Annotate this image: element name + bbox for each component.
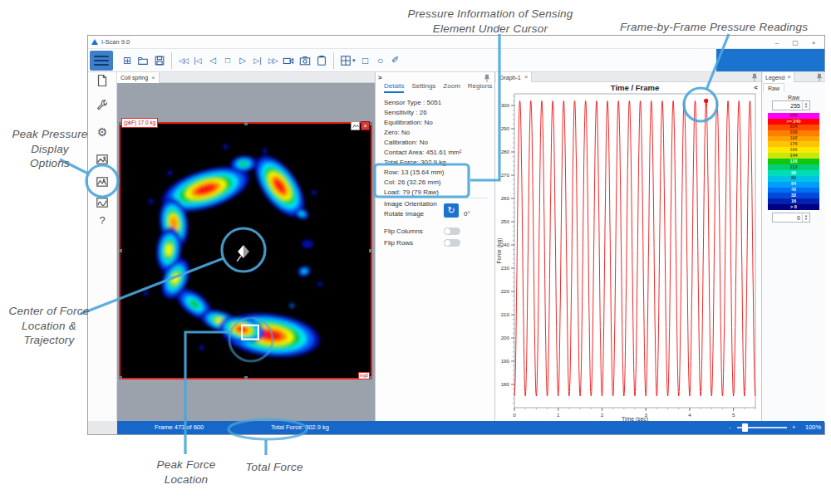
map-graph-icon[interactable] [351, 121, 360, 130]
y-tick-label: 300 [501, 102, 510, 108]
tab-details[interactable]: Details [384, 82, 404, 93]
toolbar-accent-fill [716, 49, 824, 71]
annotation-pressure-info-line2: Element Under Cursor [378, 22, 602, 37]
tab-regions[interactable]: Regions [468, 82, 492, 93]
tab-legend[interactable]: Legend × [763, 72, 794, 82]
stop-icon[interactable]: □ [221, 52, 234, 69]
plot-area [514, 94, 755, 408]
grid-view-icon[interactable]: ▾ [338, 52, 357, 69]
fast-forward-icon[interactable]: ▷▷ [266, 52, 279, 69]
details-line: Col: 26 (32.26 mm) [384, 178, 461, 188]
ellipse-tool-icon[interactable]: ○ [374, 52, 387, 69]
app-logo-icon [91, 39, 98, 45]
skip-to-end-icon[interactable]: ▷| [251, 52, 264, 69]
open-file-icon[interactable] [135, 52, 150, 69]
flip-columns-toggle[interactable] [444, 228, 460, 235]
zoom-slider-thumb[interactable] [742, 423, 748, 432]
annotation-center-of-force: Center of Force Location & Trajectory [8, 304, 90, 348]
y-tick-label: 250 [501, 218, 510, 224]
legend-row: 112 [768, 164, 819, 170]
spinner-arrows-icon[interactable]: ▲▼ [802, 101, 809, 110]
legend-row: 128 [768, 159, 819, 164]
spinner-arrows-icon[interactable]: ▲▼ [802, 213, 809, 222]
legend-row: > 0 [768, 204, 819, 210]
add-window-icon[interactable]: ⊞ [120, 52, 134, 69]
close-icon[interactable]: × [787, 74, 791, 81]
rotate-image-button[interactable]: ↻ [444, 203, 459, 218]
graph-collapse-icon[interactable]: < [754, 84, 758, 91]
map-selection-handle[interactable] [119, 249, 122, 252]
tab-coil-spring[interactable]: Coil spring × [117, 72, 160, 83]
screenshot-stage: { "window": { "title": "I-Scan 9.0" }, "… [0, 0, 831, 504]
map-selection-handle[interactable] [244, 122, 248, 125]
pressure-blobs [144, 144, 322, 363]
details-line: Equilibration: No [384, 118, 461, 128]
toolbar: ⊞◁◁|◁◁□▷▷|▷▷▾□○✐ [88, 49, 824, 72]
tab-legend-label: Legend [765, 75, 784, 81]
maximize-icon[interactable]: ▢ [786, 36, 804, 49]
minimize-icon[interactable]: – [768, 36, 786, 49]
map-close-icon[interactable]: × [361, 121, 370, 130]
skip-to-start-icon[interactable]: |◁ [191, 52, 204, 69]
annotation-pressure-info: Pressure Information of Sensing Element … [378, 7, 602, 36]
map-selection-handle[interactable] [244, 376, 248, 379]
sidebar-item-gear[interactable]: ⚙ [97, 125, 108, 139]
sidebar-item-graph[interactable] [96, 196, 109, 209]
zoom-in-button[interactable]: + [792, 421, 795, 434]
details-line: Calibration: No [384, 138, 461, 148]
y-tick-label: 190 [501, 358, 510, 364]
close-icon[interactable]: × [151, 75, 155, 81]
pressure-map-view[interactable]: (pkF) 17.0 kg × mg0 [119, 122, 372, 379]
legend-title: Raw [762, 95, 825, 100]
center-of-force-marker [237, 245, 249, 262]
annotation-frame-readings: Frame-by-Frame Pressure Readings [602, 20, 825, 35]
flip-columns-label: Flip Columns [384, 228, 423, 235]
map-selection-handle[interactable] [119, 376, 122, 379]
flip-rows-toggle[interactable] [444, 239, 460, 247]
image-orientation-header: Image Orientation [384, 200, 437, 208]
copy-window-icon[interactable] [314, 52, 329, 69]
map-selection-handle[interactable] [369, 249, 372, 252]
details-line: Sensitivity : 26 [384, 108, 461, 118]
save-file-icon[interactable] [152, 52, 167, 69]
sidebar-item-peak-pressure[interactable] [96, 175, 109, 188]
legend-tabstrip: Legend × [762, 72, 825, 82]
legend-max-spinner[interactable]: 255 ▲▼ [772, 100, 810, 110]
play-icon[interactable]: ▷ [236, 52, 249, 69]
line-tool-icon[interactable]: ✐ [389, 52, 402, 69]
sidebar-item-help[interactable]: ? [99, 214, 105, 227]
tab-zoom[interactable]: Zoom [443, 82, 460, 93]
details-info-list: Sensor Type : 5051Sensitivity : 26Equili… [384, 98, 461, 198]
y-tick-label: 230 [501, 265, 510, 271]
record-movie-icon[interactable] [281, 52, 296, 69]
details-tabs: DetailsSettingsZoomRegions [384, 82, 492, 93]
time-frame-chart[interactable]: Time / Frame1801902002102202302402502602… [495, 82, 761, 423]
rewind-icon[interactable]: ◁◁ [176, 52, 189, 69]
y-tick-label: 270 [501, 172, 510, 178]
close-icon[interactable]: × [524, 74, 529, 81]
legend-row: 255 [768, 113, 819, 119]
annotation-pressure-info-line1: Pressure Information of Sensing [378, 7, 602, 22]
pressure-map-image [120, 124, 371, 378]
snapshot-icon[interactable] [297, 52, 312, 69]
details-line: Total Force: 302.9 kg [384, 158, 461, 168]
x-tick-label: 4 [688, 412, 691, 418]
rotate-image-label: Rotate Image [384, 210, 424, 218]
legend-min-spinner[interactable]: 0 ▲▼ [772, 213, 810, 223]
pin-icon[interactable] [816, 73, 823, 84]
legend-max-value: 255 [773, 103, 802, 109]
details-expander-icon[interactable]: > [378, 74, 382, 81]
close-window-icon[interactable]: × [804, 36, 823, 49]
sidebar-item-wrench[interactable] [96, 99, 109, 112]
step-back-icon[interactable]: ◁ [206, 52, 219, 69]
legend-subtab-raw[interactable]: Raw [763, 83, 784, 92]
y-tick-label: 200 [501, 335, 510, 340]
tab-graph-1[interactable]: Graph-1 × [496, 72, 532, 82]
zoom-out-button[interactable]: - [729, 421, 731, 434]
sidebar-item-image[interactable] [96, 153, 109, 166]
menu-hamburger-icon[interactable] [90, 51, 113, 71]
rectangle-tool-icon[interactable]: □ [359, 52, 372, 69]
tab-settings[interactable]: Settings [411, 82, 435, 93]
sidebar-item-file[interactable] [96, 74, 109, 87]
statusbar-total-force: Total Force: 302.9 kg [271, 421, 329, 434]
